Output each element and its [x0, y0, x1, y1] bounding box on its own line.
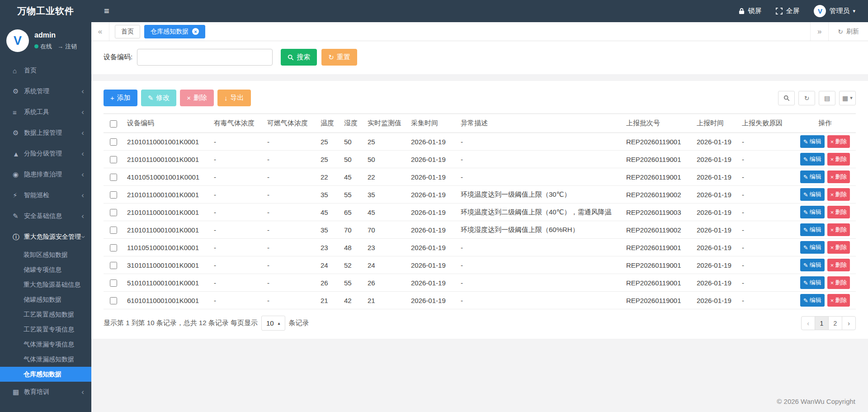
- cell: 48: [340, 239, 364, 256]
- submenu-item-7[interactable]: 气体泄漏专项信息: [0, 337, 91, 352]
- cell: -: [210, 186, 264, 204]
- table-search-button[interactable]: [778, 91, 795, 105]
- page-size-select[interactable]: 10 ▴: [261, 316, 285, 331]
- edit-icon: ✎: [803, 191, 808, 198]
- row-edit-button[interactable]: ✎编辑: [800, 135, 825, 148]
- gear-icon: ⚙: [13, 87, 24, 95]
- sidebar: V admin 在线 →注销 ⌂首页⚙系统管理‹≡系统工具‹⚙数据上报管理‹▲分…: [0, 22, 91, 412]
- row-delete-button[interactable]: ×删除: [827, 170, 850, 183]
- row-delete-label: 删除: [835, 173, 847, 181]
- row-delete-button[interactable]: ×删除: [827, 206, 850, 218]
- row-delete-label: 删除: [835, 155, 847, 163]
- row-delete-button[interactable]: ×删除: [827, 294, 850, 307]
- tab-close-icon[interactable]: ×: [192, 28, 199, 35]
- row-delete-button[interactable]: ×删除: [827, 135, 850, 148]
- row-edit-button[interactable]: ✎编辑: [800, 153, 825, 166]
- row-checkbox[interactable]: [110, 156, 117, 163]
- menu-item-4[interactable]: ⚙数据上报管理‹: [0, 123, 91, 143]
- row-delete-button[interactable]: ×删除: [827, 223, 850, 236]
- row-checkbox[interactable]: [110, 297, 117, 304]
- refresh-button[interactable]: ↻ 刷新: [828, 22, 868, 41]
- row-edit-button[interactable]: ✎编辑: [800, 223, 825, 236]
- cell: 2026-01-19: [693, 221, 738, 239]
- row-edit-button[interactable]: ✎编辑: [800, 259, 825, 271]
- row-checkbox[interactable]: [110, 209, 117, 216]
- cell: -: [738, 239, 794, 256]
- row-edit-button[interactable]: ✎编辑: [800, 294, 825, 307]
- cell: -: [738, 256, 794, 274]
- columns-grid-icon: ▦: [842, 95, 848, 102]
- logout-link[interactable]: →注销: [57, 43, 77, 51]
- table-view-toggle-button[interactable]: ▤: [819, 91, 835, 105]
- submenu-item-1[interactable]: 装卸区感知数据: [0, 247, 91, 262]
- row-edit-button[interactable]: ✎编辑: [800, 170, 825, 183]
- user-menu[interactable]: V 管理员 ▾: [814, 5, 855, 17]
- submenu-item-3[interactable]: 重大危险源基础信息: [0, 277, 91, 292]
- cell: -: [210, 151, 264, 168]
- next-page-button[interactable]: ›: [842, 316, 856, 330]
- edit-icon: ✎: [803, 279, 808, 286]
- pagination-summary: 显示第 1 到第 10 条记录，总共 12 条记录 每页显示: [104, 319, 258, 327]
- chevron-icon: ‹: [81, 212, 84, 221]
- submenu-item-2[interactable]: 储罐专项信息: [0, 262, 91, 277]
- edit-button[interactable]: ✎修改: [141, 90, 177, 106]
- menu-item-9[interactable]: ⓘ重大危险源安全管理‹: [0, 227, 91, 247]
- submenu-item-4[interactable]: 储罐感知数据: [0, 292, 91, 307]
- page-button-1[interactable]: 1: [815, 316, 829, 330]
- submenu-item-8[interactable]: 气体泄漏感知数据: [0, 352, 91, 367]
- cell: 52: [340, 256, 364, 274]
- row-edit-button[interactable]: ✎编辑: [800, 188, 825, 201]
- submenu-item-6[interactable]: 工艺装置专项信息: [0, 322, 91, 337]
- row-edit-button[interactable]: ✎编辑: [800, 276, 825, 289]
- search-button[interactable]: 搜索: [281, 49, 317, 66]
- cell: 55: [340, 274, 364, 292]
- menu-item-1[interactable]: ⌂首页: [0, 60, 91, 81]
- row-edit-button[interactable]: ✎编辑: [800, 241, 825, 254]
- row-checkbox[interactable]: [110, 279, 117, 287]
- menu-item-label: 系统管理: [24, 87, 81, 95]
- sidebar-toggle-icon[interactable]: ≡: [104, 6, 109, 16]
- fullscreen-button[interactable]: 全屏: [776, 7, 799, 15]
- warning-icon: ▲: [13, 150, 24, 158]
- submenu-item-5[interactable]: 工艺装置感知数据: [0, 307, 91, 322]
- row-delete-button[interactable]: ×删除: [827, 259, 850, 271]
- row-checkbox[interactable]: [110, 227, 117, 234]
- cell: -: [210, 221, 264, 239]
- menu-item-8[interactable]: ✎安全基础信息‹: [0, 206, 91, 227]
- menu-item-2[interactable]: ⚙系统管理‹: [0, 81, 91, 102]
- table-refresh-button[interactable]: ↻: [798, 91, 815, 105]
- row-checkbox[interactable]: [110, 174, 117, 181]
- cell: 21: [364, 292, 407, 309]
- menu-item-10[interactable]: ▦教育培训‹: [0, 382, 91, 403]
- row-delete-button[interactable]: ×删除: [827, 153, 850, 166]
- add-button[interactable]: +添加: [104, 90, 137, 106]
- row-delete-button[interactable]: ×删除: [827, 276, 850, 289]
- delete-button-label: 删除: [193, 94, 207, 102]
- menu-item-5[interactable]: ▲分险分级管理‹: [0, 143, 91, 164]
- delete-button[interactable]: ×删除: [180, 90, 214, 106]
- menu-item-6[interactable]: ◉隐患排查治理‹: [0, 164, 91, 185]
- row-edit-button[interactable]: ✎编辑: [800, 206, 825, 218]
- row-checkbox[interactable]: [110, 191, 117, 199]
- reset-button[interactable]: ↻ 重置: [321, 49, 357, 66]
- tab-2[interactable]: 仓库感知数据×: [144, 25, 205, 38]
- lock-screen-button[interactable]: 锁屏: [739, 7, 761, 15]
- row-checkbox[interactable]: [110, 138, 117, 146]
- table-columns-button[interactable]: ▦ ▾: [839, 91, 856, 105]
- row-delete-button[interactable]: ×删除: [827, 188, 850, 201]
- export-button[interactable]: ↓导出: [217, 90, 251, 106]
- page-button-2[interactable]: 2: [828, 316, 842, 330]
- prev-page-button[interactable]: ‹: [801, 316, 815, 330]
- select-all-checkbox[interactable]: [110, 120, 117, 128]
- cell: 环境湿度达到一级阈值上限（60%RH）: [457, 221, 623, 239]
- tabs-back-button[interactable]: «: [91, 22, 109, 41]
- tabs-forward-button[interactable]: »: [810, 22, 828, 41]
- menu-item-7[interactable]: ⚡智能巡检‹: [0, 185, 91, 206]
- submenu-item-9[interactable]: 仓库感知数据: [0, 367, 91, 382]
- menu-item-3[interactable]: ≡系统工具‹: [0, 102, 91, 123]
- row-checkbox[interactable]: [110, 262, 117, 269]
- device-code-input[interactable]: [137, 49, 273, 66]
- tab-1[interactable]: 首页: [115, 25, 140, 38]
- row-delete-button[interactable]: ×删除: [827, 241, 850, 254]
- row-checkbox[interactable]: [110, 244, 117, 251]
